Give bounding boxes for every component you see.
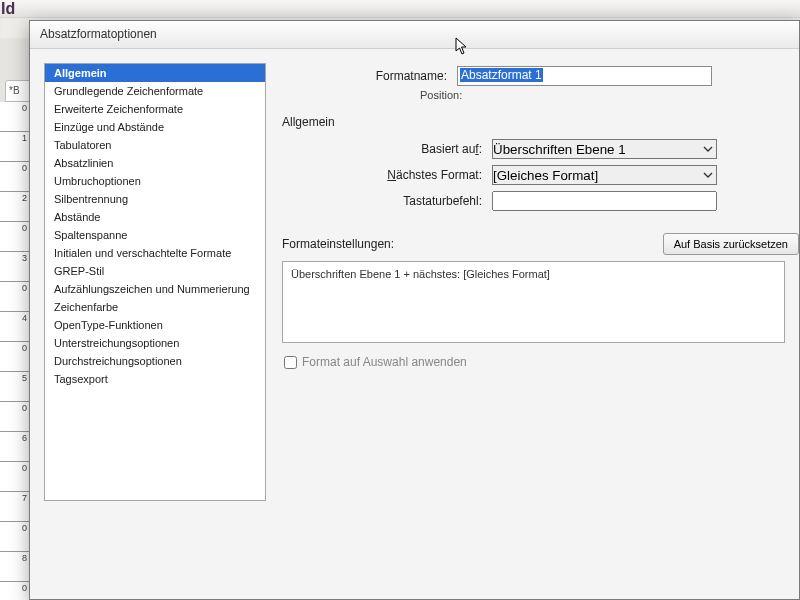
sidebar-item[interactable]: Erweiterte Zeichenformate — [45, 100, 265, 118]
formatname-label: Formatname: — [282, 69, 457, 83]
sidebar-item[interactable]: Tagsexport — [45, 370, 265, 388]
formatname-input[interactable] — [457, 66, 712, 86]
sidebar-item[interactable]: Silbentrennung — [45, 190, 265, 208]
sidebar-item[interactable]: GREP-Stil — [45, 262, 265, 280]
sidebar-item[interactable]: Unterstreichungsoptionen — [45, 334, 265, 352]
sidebar-item[interactable]: OpenType-Funktionen — [45, 316, 265, 334]
dialog-titlebar[interactable]: Absatzformatoptionen — [30, 21, 799, 49]
settings-summary-text: Überschriften Ebene 1 + nächstes: [Gleic… — [291, 268, 550, 280]
apply-to-selection-checkbox[interactable] — [284, 356, 297, 369]
sidebar-item[interactable]: Aufzählungszeichen und Nummerierung — [45, 280, 265, 298]
sidebar-item[interactable]: Allgemein — [45, 64, 265, 82]
shortcut-input[interactable] — [492, 191, 717, 211]
next-style-label: Nächstes Format: — [282, 168, 492, 182]
based-on-select[interactable]: Überschriften Ebene 1 — [492, 139, 717, 159]
dialog-title: Absatzformatoptionen — [40, 27, 157, 41]
ruler-vertical: 0102030405060708090110 — [0, 102, 30, 600]
apply-to-selection-row[interactable]: Format auf Auswahl anwenden — [284, 355, 799, 369]
options-pane: Formatname: Absatzformat 1 Position: All… — [282, 63, 799, 585]
sidebar-item[interactable]: Zeichenfarbe — [45, 298, 265, 316]
settings-heading: Formateinstellungen: — [282, 237, 394, 251]
sidebar-item[interactable]: Grundlegende Zeichenformate — [45, 82, 265, 100]
section-heading: Allgemein — [282, 115, 799, 129]
sidebar-item[interactable]: Abstände — [45, 208, 265, 226]
sidebar-item[interactable]: Tabulatoren — [45, 136, 265, 154]
sidebar-item[interactable]: Durchstreichungsoptionen — [45, 352, 265, 370]
shortcut-label: Tastaturbefehl: — [282, 194, 492, 208]
position-label: Position: — [282, 89, 799, 101]
next-style-select[interactable]: [Gleiches Format] — [492, 165, 717, 185]
settings-summary-box: Überschriften Ebene 1 + nächstes: [Gleic… — [282, 261, 785, 343]
reset-to-base-button[interactable]: Auf Basis zurücksetzen — [663, 233, 799, 255]
paragraph-style-options-dialog: Absatzformatoptionen AllgemeinGrundlegen… — [29, 20, 800, 600]
sidebar-item[interactable]: Absatzlinien — [45, 154, 265, 172]
sidebar-item[interactable]: Umbruchoptionen — [45, 172, 265, 190]
app-logo: Id — [1, 0, 15, 18]
apply-to-selection-label: Format auf Auswahl anwenden — [302, 355, 467, 369]
sidebar-item[interactable]: Initialen und verschachtelte Formate — [45, 244, 265, 262]
category-listbox[interactable]: AllgemeinGrundlegende ZeichenformateErwe… — [44, 63, 266, 501]
sidebar-item[interactable]: Spaltenspanne — [45, 226, 265, 244]
sidebar-item[interactable]: Einzüge und Abstände — [45, 118, 265, 136]
based-on-label: Basiert auf: — [282, 142, 492, 156]
